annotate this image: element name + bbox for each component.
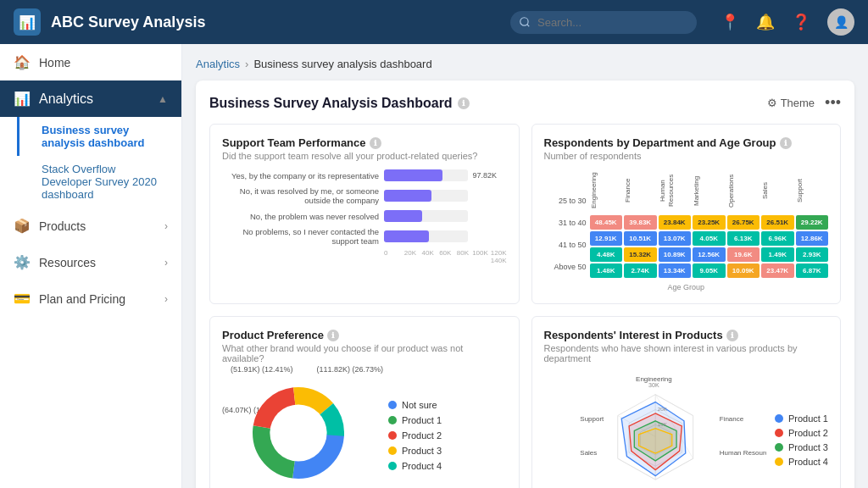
dept-support: Support <box>796 169 829 212</box>
hm-cell: 10.51K <box>624 231 657 246</box>
radar-legend-dot-p3 <box>775 443 783 452</box>
bar-value-1: 97.82K <box>473 171 507 180</box>
home-icon: 🏠 <box>14 54 31 70</box>
sidebar-sub-menu: Business survey analysis dashboard Stack… <box>0 117 181 208</box>
legend-dot-product2 <box>388 431 397 440</box>
heatmap-panel: Respondents by Department and Age Group … <box>531 124 842 304</box>
breadcrumb-parent[interactable]: Analytics <box>196 58 240 70</box>
svg-point-0 <box>520 18 528 25</box>
heatmap-row-2: 12.91K 10.51K 13.07K 4.05K 6.13K 6.96K 1… <box>590 231 829 246</box>
bar-track-3 <box>384 210 468 222</box>
hm-cell: 12.86K <box>796 231 829 246</box>
legend-label-not-sure: Not sure <box>402 400 437 410</box>
donut-label-top-left: (51.91K) (12.41%) <box>231 365 293 374</box>
sidebar-item-plan[interactable]: 💳 Plan and Pricing › <box>0 280 181 317</box>
radar-legend-label-p3: Product 3 <box>788 442 828 452</box>
sidebar-item-resources[interactable]: ⚙️ Resources › <box>0 244 181 280</box>
sidebar-products-label: Products <box>39 219 156 233</box>
hm-cell: 9.05K <box>693 263 726 278</box>
sidebar-sub-business-dashboard[interactable]: Business survey analysis dashboard <box>17 117 181 156</box>
radar-chart-subtitle: Respondents who have shown interest in v… <box>544 343 829 363</box>
svg-text:10K: 10K <box>657 421 667 427</box>
list-item: Product 2 <box>388 430 442 441</box>
bar-fill-4 <box>384 230 429 242</box>
hm-cell: 6.96K <box>761 231 794 246</box>
axis-label-80k: 80K <box>454 249 472 264</box>
plan-icon: 💳 <box>14 291 31 307</box>
hm-cell: 23.47K <box>761 263 794 278</box>
dept-sales: Sales <box>761 169 794 212</box>
dashboard-actions: ⚙ Theme ••• <box>767 94 841 112</box>
hm-cell: 23.25K <box>693 215 726 230</box>
radar-chart-info-icon[interactable]: ℹ <box>726 330 738 341</box>
heatmap-dept-headers: Engineering Finance Human Resources Mark… <box>590 169 829 212</box>
bar-chart-info-icon[interactable]: ℹ <box>370 137 381 149</box>
legend-label-product4: Product 4 <box>402 461 442 471</box>
bar-label-2: No, it was resolved by me, or someone ou… <box>222 186 379 205</box>
charts-grid: Support Team Performance ℹ Did the suppo… <box>209 124 841 488</box>
app-logo: 📊 <box>14 8 41 36</box>
age-label-3: 41 to 50 <box>544 241 587 249</box>
axis-label-40k: 40K <box>419 249 437 264</box>
search-input[interactable] <box>510 11 697 34</box>
donut-legend: Not sure Product 1 Product 2 <box>388 400 442 471</box>
bar-track-2 <box>384 190 468 202</box>
location-icon[interactable]: 📍 <box>721 13 739 31</box>
legend-dot-product1 <box>388 416 397 424</box>
svg-text:Sales: Sales <box>580 449 597 457</box>
breadcrumb-current: Business survey analysis dashboard <box>253 58 431 70</box>
donut-chart-panel: Product Preference ℹ What other brand wo… <box>209 316 520 488</box>
svg-line-1 <box>527 25 530 27</box>
list-item: Product 1 <box>775 413 828 424</box>
sidebar-plan-label: Plan and Pricing <box>39 292 156 306</box>
bar-fill-2 <box>384 190 431 202</box>
gear-icon: ⚙ <box>767 97 777 109</box>
donut-area: (51.91K) (12.41%) (111.82K) (26.73%) (64… <box>222 372 507 488</box>
main-content: Analytics › Business survey analysis das… <box>182 44 868 488</box>
heatmap-info-icon[interactable]: ℹ <box>780 137 792 149</box>
sidebar-item-home[interactable]: 🏠 Home <box>0 44 181 80</box>
legend-label-product1: Product 1 <box>402 415 442 425</box>
heatmap-chart-area: 25 to 30 31 to 40 41 to 50 Above 50 Engi… <box>544 169 829 278</box>
table-row: No, the problem was never resolved <box>222 210 507 222</box>
notification-icon[interactable]: 🔔 <box>756 13 775 31</box>
hm-cell: 23.84K <box>659 215 692 230</box>
sidebar: 🏠 Home 📊 Analytics ▲ Business survey ana… <box>0 44 182 488</box>
axis-label-60k: 60K <box>437 249 454 264</box>
hm-cell: 26.75K <box>727 215 760 230</box>
radar-chart-panel: Respondents' Interest in Products ℹ Resp… <box>531 316 842 488</box>
bar-chart-panel: Support Team Performance ℹ Did the suppo… <box>209 124 520 304</box>
dept-operations: Operations <box>727 169 760 212</box>
hm-cell: 10.89K <box>659 247 692 262</box>
hm-cell: 12.91K <box>590 231 623 246</box>
donut-chart-info-icon[interactable]: ℹ <box>327 330 339 341</box>
age-label-1: 25 to 30 <box>544 197 587 205</box>
theme-button[interactable]: ⚙ Theme <box>767 97 815 109</box>
radar-chart-title: Respondents' Interest in Products ℹ <box>544 329 829 341</box>
user-avatar[interactable]: 👤 <box>827 8 854 36</box>
radar-legend-label-p2: Product 2 <box>788 428 828 438</box>
bar-track-4 <box>384 230 468 242</box>
dept-marketing: Marketing <box>693 169 726 212</box>
list-item: Product 3 <box>775 442 828 452</box>
more-options-button[interactable]: ••• <box>825 94 841 112</box>
header-icons: 📍 🔔 ❓ 👤 <box>721 8 854 36</box>
list-item: Product 2 <box>775 428 828 438</box>
hm-cell: 6.13K <box>727 231 760 246</box>
sidebar-sub-stackoverflow-dashboard[interactable]: Stack Overflow Developer Survey 2020 das… <box>17 156 181 208</box>
list-item: Not sure <box>388 400 442 410</box>
sidebar-item-analytics[interactable]: 📊 Analytics ▲ <box>0 80 181 117</box>
dashboard-card: Business Survey Analysis Dashboard ℹ ⚙ T… <box>196 80 854 488</box>
dashboard-header: Business Survey Analysis Dashboard ℹ ⚙ T… <box>209 94 841 112</box>
radar-legend-label-p4: Product 4 <box>788 457 828 467</box>
dashboard-info-icon[interactable]: ℹ <box>458 97 470 109</box>
products-chevron-icon: › <box>164 220 168 232</box>
hm-cell: 48.45K <box>590 215 623 230</box>
sidebar-item-products[interactable]: 📦 Products › <box>0 208 181 244</box>
dept-hr: Human Resources <box>659 169 692 212</box>
svg-point-7 <box>270 404 326 461</box>
help-icon[interactable]: ❓ <box>792 13 810 31</box>
hm-cell: 1.49K <box>761 247 794 262</box>
legend-label-product3: Product 3 <box>402 446 442 456</box>
bar-axis: 0 20K 40K 60K 80K 100K 120K 140K <box>384 249 507 264</box>
